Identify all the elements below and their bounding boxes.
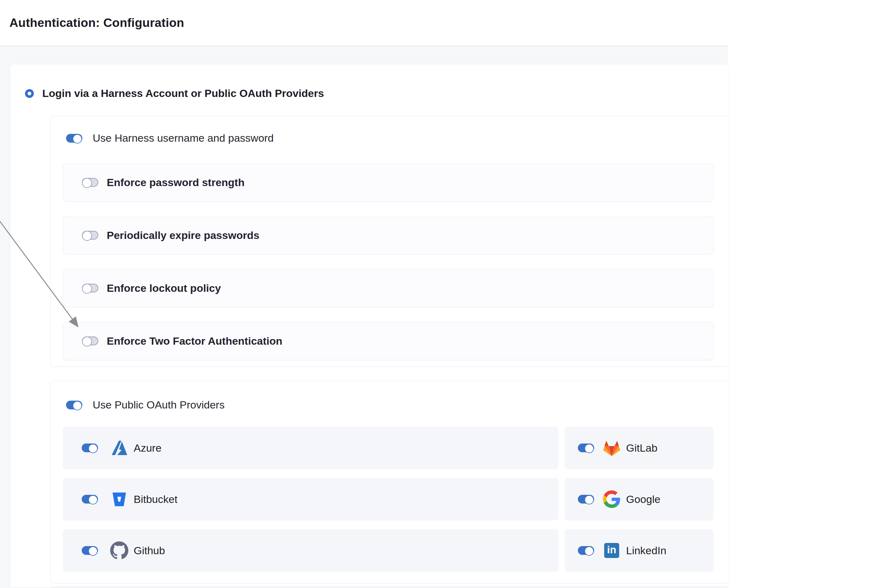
linkedin-icon: in bbox=[602, 541, 621, 560]
azure-toggle[interactable] bbox=[82, 444, 98, 452]
periodically-expire-passwords-label: Periodically expire passwords bbox=[107, 229, 260, 242]
enforce-lockout-policy-toggle[interactable] bbox=[82, 284, 98, 292]
harness-login-toggle-row: Use Harness username and password bbox=[66, 132, 728, 144]
enforce-two-factor-toggle[interactable] bbox=[82, 336, 98, 345]
linkedin-toggle[interactable] bbox=[578, 546, 594, 555]
oauth-providers-grid: Azure bbox=[63, 427, 728, 572]
linkedin-provider-row: in LinkedIn bbox=[565, 529, 713, 572]
google-toggle[interactable] bbox=[578, 495, 594, 504]
google-provider-row: Google bbox=[565, 478, 713, 520]
auth-methods-card: Login via a Harness Account or Public OA… bbox=[11, 64, 728, 587]
oauth-providers-card: Use Public OAuth Providers Azure bbox=[50, 381, 728, 583]
gitlab-label: GitLab bbox=[626, 442, 657, 454]
gitlab-toggle[interactable] bbox=[578, 444, 594, 452]
enforce-two-factor-label: Enforce Two Factor Authentication bbox=[107, 335, 282, 347]
next-section-edge bbox=[50, 586, 728, 587]
authentication-settings-page: Authentication: Configuration Login via … bbox=[0, 0, 728, 588]
github-provider-row: Github bbox=[63, 529, 558, 572]
oauth-label: Use Public OAuth Providers bbox=[93, 399, 224, 411]
gitlab-provider-row: GitLab bbox=[565, 427, 713, 469]
github-icon bbox=[110, 541, 129, 560]
enforce-lockout-policy-row: Enforce lockout policy bbox=[63, 269, 713, 307]
enforce-password-strength-row: Enforce password strength bbox=[63, 163, 713, 201]
github-toggle[interactable] bbox=[82, 546, 98, 555]
bitbucket-provider-row: Bitbucket bbox=[63, 478, 558, 520]
settings-content: Login via a Harness Account or Public OA… bbox=[0, 46, 728, 587]
oauth-toggle-row: Use Public OAuth Providers bbox=[66, 399, 728, 411]
linkedin-label: LinkedIn bbox=[626, 544, 666, 557]
login-method-label: Login via a Harness Account or Public OA… bbox=[42, 87, 324, 99]
azure-label: Azure bbox=[134, 442, 161, 454]
bitbucket-label: Bitbucket bbox=[134, 493, 178, 506]
github-label: Github bbox=[134, 544, 165, 557]
periodically-expire-passwords-toggle[interactable] bbox=[82, 231, 98, 240]
use-harness-username-password-toggle[interactable] bbox=[66, 134, 82, 142]
page-title: Authentication: Configuration bbox=[9, 16, 184, 30]
bitbucket-toggle[interactable] bbox=[82, 495, 98, 504]
google-label: Google bbox=[626, 493, 660, 506]
google-icon bbox=[602, 489, 621, 509]
azure-icon bbox=[110, 438, 129, 458]
linkedin-badge-text: in bbox=[604, 543, 619, 558]
harness-password-options: Enforce password strength Periodically e… bbox=[63, 163, 728, 360]
enforce-lockout-policy-label: Enforce lockout policy bbox=[107, 282, 221, 294]
use-public-oauth-toggle[interactable] bbox=[66, 400, 82, 410]
azure-provider-row: Azure bbox=[63, 427, 558, 469]
enforce-password-strength-toggle[interactable] bbox=[82, 178, 98, 187]
harness-login-card: Use Harness username and password Enforc… bbox=[50, 116, 728, 366]
periodically-expire-passwords-row: Periodically expire passwords bbox=[63, 216, 713, 254]
enforce-two-factor-row: Enforce Two Factor Authentication bbox=[63, 322, 713, 360]
page-header: Authentication: Configuration bbox=[0, 0, 728, 46]
login-harness-oauth-radio[interactable] bbox=[25, 89, 34, 98]
enforce-password-strength-label: Enforce password strength bbox=[107, 176, 244, 189]
harness-login-label: Use Harness username and password bbox=[93, 132, 274, 144]
login-method-option[interactable]: Login via a Harness Account or Public OA… bbox=[25, 87, 728, 99]
bitbucket-icon bbox=[110, 489, 129, 509]
gitlab-icon bbox=[602, 438, 621, 458]
